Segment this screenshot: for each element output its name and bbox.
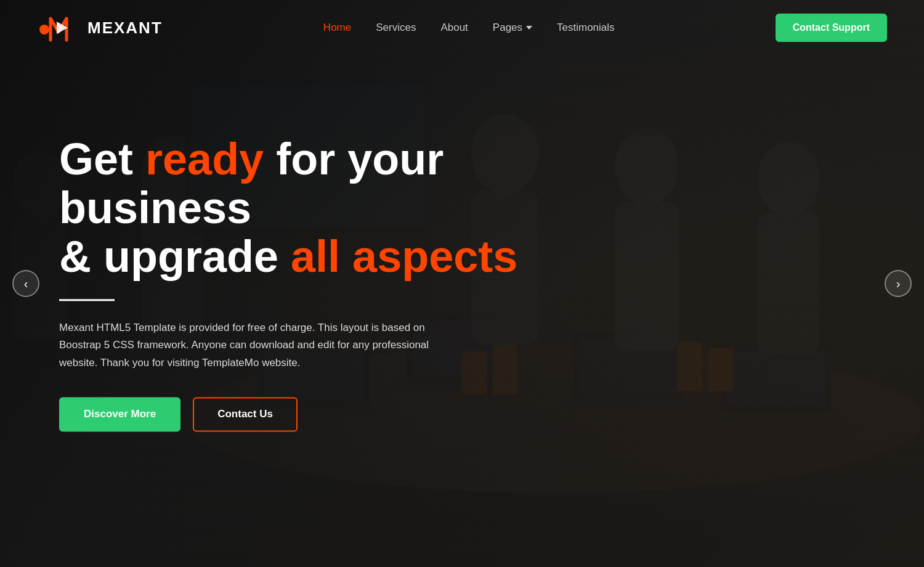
hero-section: MEXANT Home Services About Pages Testimo… — [0, 0, 924, 567]
hero-content: Get ready for your business & upgrade al… — [59, 135, 517, 431]
hero-buttons: Discover More Contact Us — [59, 398, 517, 432]
hero-description: Mexant HTML5 Template is provided for fr… — [59, 319, 460, 373]
contact-us-button[interactable]: Contact Us — [193, 398, 298, 432]
headline-line2: business — [59, 184, 251, 233]
nav-link-testimonials[interactable]: Testimonials — [557, 22, 615, 33]
next-slide-button[interactable]: › — [885, 270, 912, 297]
logo-icon — [37, 6, 80, 49]
logo-area: MEXANT — [37, 6, 163, 49]
hero-divider — [59, 299, 115, 301]
nav-item-pages[interactable]: Pages — [493, 22, 532, 34]
hero-headline: Get ready for your business & upgrade al… — [59, 135, 517, 282]
discover-more-button[interactable]: Discover More — [59, 398, 180, 432]
nav-item-services[interactable]: Services — [376, 22, 416, 34]
nav-links: Home Services About Pages Testimonials — [323, 22, 615, 34]
prev-slide-button[interactable]: ‹ — [12, 270, 39, 297]
nav-item-testimonials[interactable]: Testimonials — [557, 22, 615, 34]
nav-link-about[interactable]: About — [440, 22, 468, 33]
headline-line1: Get ready for your — [59, 134, 444, 184]
nav-link-pages[interactable]: Pages — [493, 22, 532, 34]
nav-link-home[interactable]: Home — [323, 22, 351, 33]
navbar: MEXANT Home Services About Pages Testimo… — [0, 0, 924, 55]
nav-link-services[interactable]: Services — [376, 22, 416, 33]
prev-arrow-icon: ‹ — [24, 277, 28, 291]
logo-text: MEXANT — [87, 18, 163, 38]
chevron-down-icon — [526, 26, 532, 30]
headline-line3: & upgrade all aspects — [59, 232, 517, 282]
nav-item-about[interactable]: About — [440, 22, 468, 34]
contact-support-button[interactable]: Contact Support — [776, 14, 887, 42]
next-arrow-icon: › — [896, 277, 901, 291]
nav-item-home[interactable]: Home — [323, 22, 351, 34]
svg-point-32 — [39, 25, 49, 35]
